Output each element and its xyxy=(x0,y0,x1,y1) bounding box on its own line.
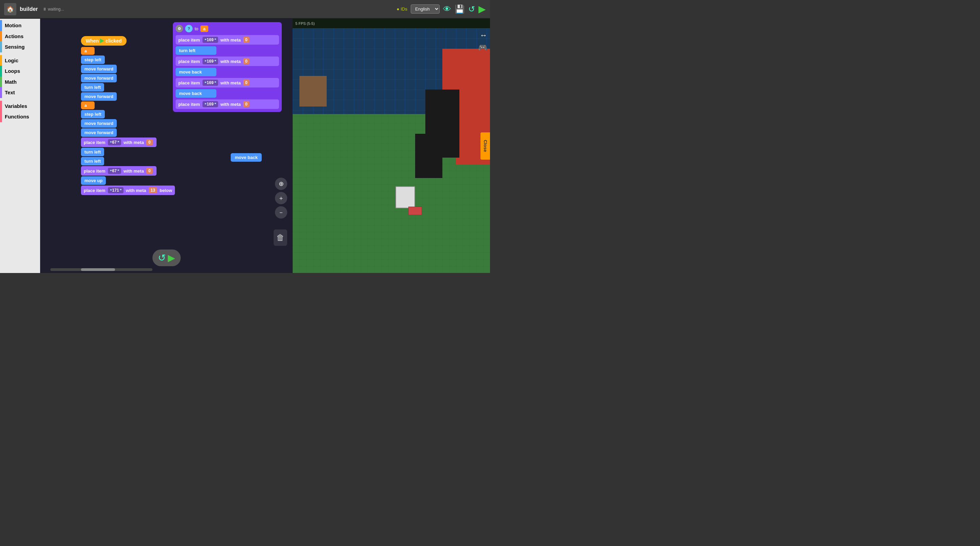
viewport-arrow-icon[interactable]: ↔ xyxy=(480,31,487,40)
popup-block-move-back-1[interactable]: move back xyxy=(176,68,216,76)
zoom-out-button[interactable]: － xyxy=(275,206,287,218)
block-move-forward-4[interactable]: move forward xyxy=(81,119,117,127)
block-move-forward-2[interactable]: move forward xyxy=(81,74,117,83)
bottom-controls: ↺ ▶ xyxy=(40,250,293,266)
block-turn-left-2[interactable]: turn left xyxy=(81,148,104,156)
vp-character xyxy=(395,186,415,209)
popup-block-turn-left[interactable]: turn left xyxy=(176,46,216,55)
sidebar: Motion Actions Sensing Logic Loops Math … xyxy=(0,19,40,273)
sidebar-item-motion[interactable]: Motion xyxy=(0,20,40,31)
vp-brown-block xyxy=(299,76,327,107)
topbar: 🏠 builder ⏸ waiting... ● IDs EnglishSpan… xyxy=(0,0,490,19)
viewport-gamepad-icon[interactable]: 🎮 xyxy=(478,43,487,52)
block-move-forward-5[interactable]: move forward xyxy=(81,128,117,137)
block-turn-left-1[interactable]: turn left xyxy=(81,83,104,92)
language-select[interactable]: EnglishSpanishFrenchGerman xyxy=(411,5,440,14)
vp-black-block-2 xyxy=(415,134,442,178)
close-viewport-button[interactable]: Close xyxy=(480,132,490,160)
workspace-scrollbar[interactable] xyxy=(50,268,153,271)
popup-help-button[interactable]: ? xyxy=(185,25,192,32)
block-var-a-2[interactable]: a xyxy=(81,102,95,109)
main-layout: Motion Actions Sensing Logic Loops Math … xyxy=(0,19,490,273)
app-status: ⏸ waiting... xyxy=(43,7,64,11)
app-icon: 🏠 xyxy=(4,3,16,15)
app-title: builder xyxy=(20,6,38,12)
sidebar-item-loops[interactable]: Loops xyxy=(0,66,40,76)
viewport-fps: 5 FPS (5-5) xyxy=(293,19,490,28)
save-button[interactable]: 💾 xyxy=(455,5,465,14)
zoom-in-button[interactable]: ＋ xyxy=(275,192,287,204)
popup-panel: ⚙ ? to a place item ❝169❞ with meta 0 tu… xyxy=(173,22,282,112)
block-move-forward-1[interactable]: move forward xyxy=(81,65,117,73)
block-turn-left-3[interactable]: turn left xyxy=(81,157,104,166)
block-move-up[interactable]: move up xyxy=(81,176,106,185)
viewport-canvas: ↔ 🎮 xyxy=(293,28,490,273)
play-icon xyxy=(100,38,104,43)
popup-block-place-1[interactable]: place item ❝169❞ with meta 0 xyxy=(176,35,279,45)
trash-button[interactable]: 🗑 xyxy=(274,229,287,246)
popup-a-text: a xyxy=(200,25,208,32)
sidebar-item-variables[interactable]: Variables xyxy=(0,101,40,111)
sidebar-item-logic[interactable]: Logic xyxy=(0,55,40,66)
sidebar-item-math[interactable]: Math xyxy=(0,76,40,88)
popup-header: ⚙ ? to a xyxy=(176,25,279,32)
sidebar-item-actions[interactable]: Actions xyxy=(0,31,40,42)
popup-block-place-2[interactable]: place item ❝169❞ with meta 0 xyxy=(176,57,279,66)
undo-play-button[interactable]: ↺ xyxy=(158,252,166,263)
workspace-controls: ⊕ ＋ － xyxy=(275,178,287,218)
popup-block-move-back-2[interactable]: move back xyxy=(176,89,216,98)
popup-gear-button[interactable]: ⚙ xyxy=(176,25,183,32)
floating-move-back-block[interactable]: move back xyxy=(231,153,262,162)
run-button[interactable]: ▶ xyxy=(479,3,486,14)
vp-char-body xyxy=(408,207,422,215)
block-step-left-2[interactable]: step left xyxy=(81,110,105,118)
block-step-left-1[interactable]: step left xyxy=(81,56,105,64)
workspace-scrollbar-thumb[interactable] xyxy=(81,268,115,271)
play-controls-panel: ↺ ▶ xyxy=(153,250,181,266)
eye-icon-button[interactable]: 👁 xyxy=(443,5,451,14)
block-move-forward-3[interactable]: move forward xyxy=(81,92,117,101)
block-place-item-2[interactable]: place item ❝ 67 ❞ with meta 0 xyxy=(81,166,156,176)
block-place-item-3[interactable]: place item ❝ 171 ❞ with meta 13 below xyxy=(81,186,175,195)
popup-block-place-4[interactable]: place item ❝169❞ with meta 0 xyxy=(176,99,279,109)
sidebar-item-sensing[interactable]: Sensing xyxy=(0,41,40,53)
undo-button[interactable]: ↺ xyxy=(468,5,475,14)
main-block-stack: When clicked a step left move forward mo… xyxy=(81,36,175,196)
viewport: 5 FPS (5-5) ↔ 🎮 Close xyxy=(293,19,490,273)
crosshair-button[interactable]: ⊕ xyxy=(275,178,287,190)
sidebar-item-text[interactable]: Text xyxy=(0,87,40,98)
block-place-item-1[interactable]: place item ❝ 67 ❞ with meta 0 xyxy=(81,137,156,147)
workspace: When clicked a step left move forward mo… xyxy=(40,19,293,273)
block-var-a-1[interactable]: a xyxy=(81,47,95,55)
when-clicked-block[interactable]: When clicked xyxy=(81,36,127,46)
ids-button[interactable]: ● IDs xyxy=(397,6,407,11)
popup-block-place-3[interactable]: place item ❝169❞ with meta 0 xyxy=(176,78,279,88)
popup-to-text: to xyxy=(195,26,198,31)
play-button[interactable]: ▶ xyxy=(168,252,175,263)
sidebar-item-functions[interactable]: Functions xyxy=(0,111,40,122)
